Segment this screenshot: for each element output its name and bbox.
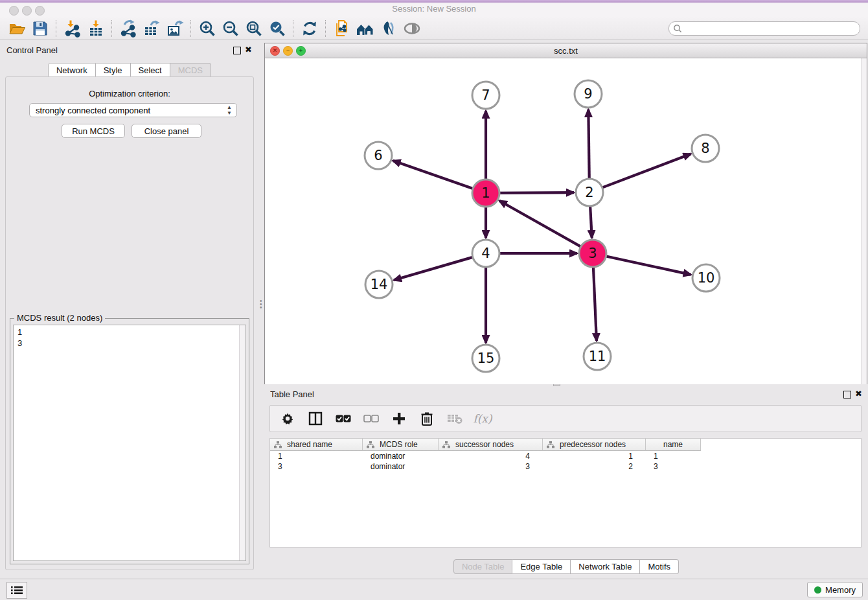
search-input[interactable] — [682, 23, 860, 34]
close-table-panel-icon[interactable]: ✖ — [855, 389, 862, 398]
network-scrollbar[interactable] — [861, 58, 867, 384]
tab-network-table[interactable]: Network Table — [571, 559, 640, 574]
column-header-predecessor-nodes[interactable]: predecessor nodes — [543, 439, 646, 451]
memory-button[interactable]: Memory — [807, 582, 863, 597]
table-row[interactable]: 1dominator411 — [270, 451, 861, 461]
cell-name[interactable]: 3 — [646, 461, 701, 472]
tab-node-table[interactable]: Node Table — [453, 559, 513, 574]
cell-predecessor-nodes[interactable]: 1 — [543, 451, 646, 461]
hide-selected-eye-icon[interactable] — [400, 19, 424, 38]
run-mcds-button[interactable]: Run MCDS — [62, 124, 125, 138]
table-header-row: shared nameMCDS rolesuccessor nodesprede… — [270, 439, 861, 451]
column-header-shared-name[interactable]: shared name — [270, 439, 363, 451]
tab-network[interactable]: Network — [48, 63, 96, 78]
cell-name[interactable]: 1 — [646, 451, 701, 461]
select-stepper-icon: ▲▼ — [227, 104, 232, 116]
edge-3-11[interactable] — [593, 262, 597, 341]
cell-shared-name[interactable]: 1 — [270, 451, 363, 461]
network-window-title: scc.txt — [265, 46, 867, 56]
node-9[interactable]: 9 — [575, 80, 602, 108]
svg-text:4: 4 — [481, 246, 490, 261]
column-header-MCDS-role[interactable]: MCDS role — [363, 439, 439, 451]
function-builder-icon[interactable]: f(x) — [474, 410, 491, 427]
cell-shared-name[interactable]: 3 — [270, 461, 363, 472]
node-7[interactable]: 7 — [472, 82, 499, 109]
save-session-icon[interactable] — [29, 19, 52, 38]
zoom-fit-icon[interactable] — [242, 19, 266, 38]
optimization-criterion-label: Optimization criterion: — [6, 89, 253, 98]
edge-3-1[interactable] — [499, 201, 586, 249]
task-history-list-icon[interactable] — [6, 582, 27, 599]
control-panel-tabs: NetworkStyleSelectMCDS — [0, 63, 259, 78]
node-15[interactable]: 15 — [472, 345, 499, 372]
node-6[interactable]: 6 — [365, 142, 392, 169]
splitter-handle-icon: ••• — [260, 299, 262, 309]
table-settings-gear-icon[interactable] — [279, 410, 296, 427]
import-table-icon[interactable] — [84, 19, 108, 38]
open-session-icon[interactable] — [5, 19, 29, 38]
network-window-titlebar[interactable]: ✕ – + scc.txt — [265, 43, 867, 58]
edge-4-14[interactable] — [394, 256, 477, 281]
import-network-icon[interactable] — [61, 19, 84, 38]
network-graph[interactable]: 7968124314101511 — [265, 58, 867, 384]
node-11[interactable]: 11 — [584, 343, 611, 370]
cell-predecessor-nodes[interactable]: 2 — [543, 461, 646, 472]
tab-mcds[interactable]: MCDS — [170, 63, 211, 78]
column-header-successor-nodes[interactable]: successor nodes — [439, 439, 543, 451]
tab-motifs[interactable]: Motifs — [640, 559, 679, 574]
zoom-selected-icon[interactable] — [266, 19, 289, 38]
delete-table-icon[interactable] — [446, 410, 463, 427]
node-4[interactable]: 4 — [472, 240, 499, 267]
zoom-out-icon[interactable] — [219, 19, 242, 38]
node-8[interactable]: 8 — [692, 135, 719, 162]
column-header-name[interactable]: name — [646, 439, 701, 451]
table-tabs: Node TableEdge TableNetwork TableMotifs — [264, 559, 868, 574]
home-icon[interactable] — [354, 19, 377, 38]
cell-successor-nodes[interactable]: 3 — [439, 461, 543, 472]
optimization-criterion-select[interactable]: strongly connected component ▲▼ — [29, 103, 237, 117]
hierarchy-icon — [367, 441, 374, 448]
memory-status-icon — [814, 586, 821, 594]
tab-select[interactable]: Select — [131, 63, 170, 78]
hierarchy-icon — [442, 441, 450, 448]
export-network-icon[interactable] — [117, 19, 140, 38]
close-panel-button[interactable]: Close panel — [131, 124, 201, 138]
float-panel-icon[interactable] — [233, 47, 241, 54]
node-10[interactable]: 10 — [692, 264, 720, 292]
add-column-icon[interactable] — [391, 410, 407, 427]
node-14[interactable]: 14 — [365, 271, 393, 298]
window-title: Session: New Session — [0, 4, 868, 14]
zoom-in-icon[interactable] — [196, 19, 219, 38]
table-row[interactable]: 3dominator323 — [270, 461, 861, 472]
network-canvas[interactable]: 7968124314101511 — [265, 58, 867, 384]
cell-successor-nodes[interactable]: 4 — [439, 451, 543, 461]
close-panel-icon[interactable]: ✖ — [245, 45, 252, 54]
edge-1-2[interactable] — [494, 192, 574, 193]
column-label: shared name — [287, 440, 332, 449]
edge-2-8[interactable] — [597, 154, 691, 190]
node-2[interactable]: 2 — [576, 179, 603, 206]
toggle-panel-columns-icon[interactable] — [307, 410, 324, 427]
cell-MCDS-role[interactable]: dominator — [363, 461, 439, 472]
deselect-all-columns-icon[interactable] — [363, 410, 380, 427]
edge-1-6[interactable] — [393, 161, 478, 190]
result-scrollbar[interactable] — [239, 325, 246, 560]
svg-text:15: 15 — [477, 351, 495, 366]
edge-3-10[interactable] — [601, 255, 691, 275]
vertical-splitter[interactable]: ••• — [259, 40, 264, 579]
tab-style[interactable]: Style — [96, 63, 131, 78]
edge-2-9[interactable] — [588, 110, 589, 184]
search-box[interactable] — [668, 21, 860, 36]
style-brush-icon[interactable] — [377, 19, 400, 38]
export-table-icon[interactable] — [140, 19, 163, 38]
select-all-columns-icon[interactable] — [335, 410, 352, 427]
delete-column-trash-icon[interactable] — [418, 410, 435, 427]
tab-edge-table[interactable]: Edge Table — [512, 559, 571, 574]
node-3[interactable]: 3 — [579, 240, 606, 267]
float-table-panel-icon[interactable] — [843, 391, 851, 398]
export-image-icon[interactable] — [163, 19, 187, 38]
cell-MCDS-role[interactable]: dominator — [363, 451, 439, 461]
node-1[interactable]: 1 — [472, 179, 499, 207]
clone-network-icon[interactable] — [330, 19, 354, 38]
apply-layout-icon[interactable] — [298, 19, 321, 38]
